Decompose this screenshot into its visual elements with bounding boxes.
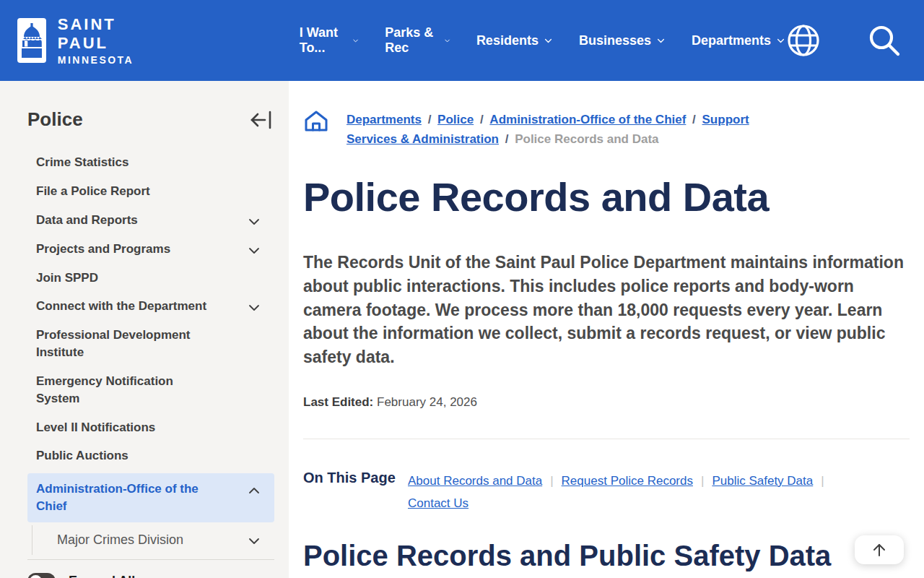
site-header: SAINT PAUL MINNESOTA I Want To... Parks … [0,0,924,81]
last-edited-value: February 24, 2026 [377,395,477,409]
last-edited: Last Edited: February 24, 2026 [303,395,917,410]
sidebar-item-label: Professional Development Institute [36,327,215,361]
sidebar-item-connect-with-the-department[interactable]: Connect with the Department [27,292,274,321]
sidebar-item-label: Emergency Notification System [36,373,215,407]
nav-item-parks-rec[interactable]: Parks & Rec [385,25,450,56]
sidebar-item-label: Major Crimes Division [57,531,183,549]
search-icon[interactable] [866,22,902,59]
logo-line-1: SAINT PAUL [58,15,162,53]
page: SAINT PAUL MINNESOTA I Want To... Parks … [0,0,924,578]
sidebar-item-public-auctions[interactable]: Public Auctions [27,441,274,470]
capitol-icon [17,18,46,63]
site-logo[interactable]: SAINT PAUL MINNESOTA [17,15,162,66]
header-icons [785,22,902,59]
chevron-down-icon [352,36,359,46]
link-separator: | [813,470,832,492]
breadcrumb-links: Departments / Police / Administration-Of… [346,110,794,149]
sidebar-item-label: Data and Reports [36,212,138,229]
logo-line-2: MINNESOTA [58,54,162,66]
nav-item-label: Departments [692,33,771,48]
sidebar-item-data-and-reports[interactable]: Data and Reports [27,206,274,235]
breadcrumb-separator: / [474,113,489,126]
on-this-page-links: About Records and Data|Request Police Re… [408,470,855,515]
page-title: Police Records and Data [303,173,917,220]
expand-all-toggle[interactable] [27,573,56,578]
sidebar-head: Police [27,108,274,131]
arrow-up-icon [871,542,887,558]
nav-item-label: Parks & Rec [385,25,438,56]
breadcrumb-current: Police Records and Data [515,132,658,146]
on-this-page-label: On This Page [303,470,408,486]
nav-item-i-want-to[interactable]: I Want To... [300,25,359,56]
sidebar-item-label: Projects and Programs [36,241,170,258]
sidebar-item-emergency-notification-system[interactable]: Emergency Notification System [27,367,274,413]
sidebar: Police Crime StatisticsFile a Police Rep… [0,81,289,578]
sidebar-item-label: Public Auctions [36,447,128,465]
breadcrumb-separator: / [422,113,437,126]
sidebar-item-major-crimes-division[interactable]: Major Crimes Division [32,525,274,555]
section-heading: Police Records and Public Safety Data [303,540,917,572]
breadcrumb-link-police[interactable]: Police [437,113,474,126]
globe-icon[interactable] [785,22,821,59]
sidebar-item-label: Join SPPD [36,269,98,287]
chevron-down-icon [247,301,261,315]
collapse-sidebar-icon[interactable] [250,110,273,130]
sidebar-item-projects-and-programs[interactable]: Projects and Programs [27,235,274,264]
main-nav: I Want To... Parks & Rec Residents Busin… [300,25,785,56]
sidebar-divider [27,559,274,560]
expand-all-row: Expand All [27,573,274,578]
chevron-down-icon [247,215,261,229]
sidebar-item-crime-statistics[interactable]: Crime Statistics [27,148,274,177]
nav-item-businesses[interactable]: Businesses [579,33,666,48]
on-this-page-link-contact-us[interactable]: Contact Us [408,492,468,514]
sidebar-item-label: File a Police Report [36,183,150,200]
sidebar-item-file-a-police-report[interactable]: File a Police Report [27,177,274,206]
nav-item-label: Residents [476,33,539,48]
chevron-down-icon [247,534,261,548]
link-separator: | [693,470,712,492]
content-divider [303,439,910,439]
logo-text: SAINT PAUL MINNESOTA [58,15,162,66]
sidebar-item-join-sppd[interactable]: Join SPPD [27,264,274,293]
sidebar-title: Police [27,108,83,131]
breadcrumb-separator: / [686,113,702,126]
sidebar-item-label: Connect with the Department [36,298,206,315]
sidebar-item-label: Administration-Office of the Chief [36,480,215,515]
toggle-knob [30,575,42,578]
nav-item-departments[interactable]: Departments [692,33,785,48]
sidebar-item-administration-office-of-the-chief[interactable]: Administration-Office of the Chief [27,473,274,522]
home-icon[interactable] [303,110,329,133]
breadcrumb-link-departments[interactable]: Departments [346,113,422,126]
sidebar-menu: Crime StatisticsFile a Police ReportData… [27,148,274,555]
on-this-page-link-public-safety-data[interactable]: Public Safety Data [712,470,813,492]
chevron-down-icon [656,36,666,46]
nav-item-residents[interactable]: Residents [476,33,553,48]
scroll-to-top-button[interactable] [855,535,904,564]
lede-paragraph: The Records Unit of the Saint Paul Polic… [303,251,904,368]
link-separator: | [542,470,561,492]
chevron-down-icon [776,36,785,46]
sidebar-item-level-ii-notifications[interactable]: Level II Notifications [27,413,274,442]
chevron-down-icon [544,36,553,46]
breadcrumb: Departments / Police / Administration-Of… [303,110,917,149]
chevron-up-icon [247,483,261,498]
breadcrumb-link-administration-office-of-the-chief[interactable]: Administration-Office of the Chief [489,113,686,126]
content-row: Police Crime StatisticsFile a Police Rep… [0,81,924,578]
nav-item-label: Businesses [579,33,651,48]
chevron-down-icon [247,243,261,258]
main-content: Departments / Police / Administration-Of… [289,81,924,578]
on-this-page: On This Page About Records and Data|Requ… [303,470,917,515]
expand-all-label: Expand All [69,574,135,578]
nav-item-label: I Want To... [300,25,347,56]
on-this-page-link-request-police-records[interactable]: Request Police Records [562,470,693,492]
sidebar-item-label: Level II Notifications [36,419,155,436]
breadcrumb-separator: / [499,132,515,146]
on-this-page-link-about-records-and-data[interactable]: About Records and Data [408,470,542,492]
last-edited-label: Last Edited: [303,395,373,409]
sidebar-item-label: Crime Statistics [36,154,129,171]
chevron-down-icon [444,36,450,46]
sidebar-item-professional-development-institute[interactable]: Professional Development Institute [27,321,274,367]
